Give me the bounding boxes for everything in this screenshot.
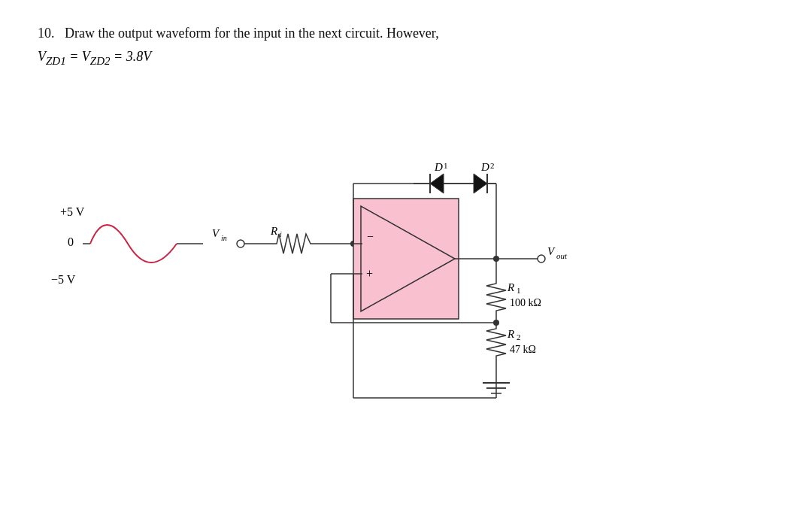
vout-terminal [538, 255, 545, 263]
problem-number: 10. [38, 26, 55, 41]
minus5-label: −5 V [51, 273, 76, 286]
r2-value: 47 kΩ [510, 344, 536, 355]
equation: VZD1 = VZD2 = 3.8V [38, 49, 774, 68]
vout-label: V [547, 245, 556, 257]
ri-resistor [271, 234, 320, 253]
waveform-path [90, 225, 177, 263]
plus5-label: +5 V [60, 205, 85, 218]
circuit-svg: +5 V 0 −5 V V in R i [38, 82, 759, 443]
r1-resistor [486, 278, 506, 323]
d1-diode [430, 174, 444, 193]
d2-diode [474, 174, 487, 193]
ri-label: R [270, 225, 277, 237]
r1-value: 100 kΩ [510, 297, 541, 308]
d2-label: D [480, 161, 489, 173]
r2-label: R [507, 328, 514, 340]
d2-sub: 2 [490, 161, 495, 170]
vout-sub: out [556, 251, 568, 260]
r2-sub: 2 [517, 332, 521, 341]
zero-label: 0 [68, 235, 74, 248]
page: 10. Draw the output waveform for the inp… [0, 0, 812, 522]
r1-label: R [507, 281, 514, 293]
r2-resistor [486, 323, 506, 372]
plus-sign: + [366, 267, 373, 280]
problem-text: 10. Draw the output waveform for the inp… [38, 23, 774, 44]
vin-terminal [237, 240, 244, 247]
vin-sub: in [221, 234, 227, 242]
circuit-area: +5 V 0 −5 V V in R i [38, 82, 759, 443]
vin-label: V [212, 227, 220, 239]
minus-sign: − [367, 230, 374, 243]
d1-label: D [434, 161, 443, 173]
d1-sub: 1 [444, 161, 448, 170]
r1-sub: 1 [517, 286, 521, 295]
